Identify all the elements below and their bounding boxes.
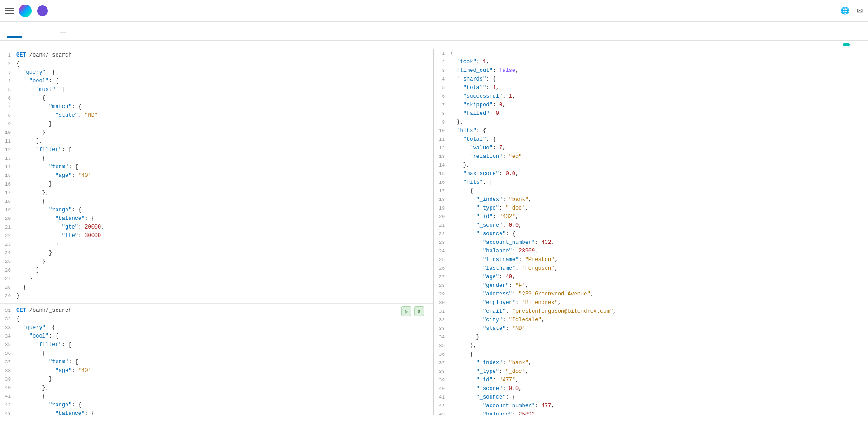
code-line: 14 "term": { <box>0 163 433 172</box>
code-line: 20 "_id": "432", <box>434 213 868 221</box>
code-line: 37 "term": { <box>0 358 433 367</box>
code-line: 18 "_index": "bank", <box>434 195 868 204</box>
run-query-icon[interactable]: ▷ <box>401 306 411 316</box>
code-line: 12 "filter": [ <box>0 146 433 154</box>
code-line: 40 "_score": 0.0, <box>434 385 868 393</box>
code-line: 38 "_type": "_doc", <box>434 367 868 376</box>
tab-grok-debugger[interactable] <box>36 25 51 38</box>
code-line: 33 "query": { <box>0 324 433 332</box>
query-block-1: 1GET /bank/_search2{3 "query": {4 "bool"… <box>0 49 433 302</box>
code-line: 35 "filter": [ <box>0 341 433 349</box>
code-line: 29} <box>0 292 433 300</box>
top-bar-actions: 🌐 ✉ <box>840 6 863 15</box>
code-line: 32{ <box>0 315 433 324</box>
code-line: 27 "age": 40, <box>434 273 868 281</box>
code-line: 17 { <box>434 187 868 195</box>
code-line: 11 ], <box>0 137 433 146</box>
code-line: 36 { <box>434 350 868 359</box>
code-line: 29 "address": "239 Greenwood Avenue", <box>434 290 868 299</box>
copy-query-icon[interactable]: ⚙ <box>414 306 424 316</box>
code-line: 10 } <box>0 129 433 137</box>
right-panel[interactable]: 1{2 "took": 1,3 "timed_out": false,4 "_s… <box>434 49 868 415</box>
code-line: 4 "bool": { <box>0 77 433 86</box>
code-line: 35 }, <box>434 342 868 350</box>
code-line: 28 "gender": "F", <box>434 281 868 290</box>
tab-painless-lab[interactable] <box>51 22 73 41</box>
code-line: 13 { <box>0 154 433 163</box>
code-line: 25 "firstname": "Preston", <box>434 256 868 264</box>
code-line: 24 } <box>0 249 433 257</box>
code-line: 36 { <box>0 349 433 358</box>
code-line: 5 "must": [ <box>0 86 433 94</box>
code-line: 1GET /bank/_search <box>0 51 433 60</box>
code-line: 10 "hits": { <box>434 127 868 135</box>
query-action-icons: ▷⚙ <box>401 306 424 316</box>
code-line: 27 } <box>0 275 433 283</box>
code-line: 34 } <box>434 333 868 342</box>
code-line: 37 "_index": "bank", <box>434 359 868 367</box>
code-line: 8 "state": "ND" <box>0 111 433 120</box>
globe-icon[interactable]: 🌐 <box>840 6 849 15</box>
code-line: 39 "_id": "477", <box>434 376 868 385</box>
code-line: 23 } <box>0 240 433 249</box>
code-line: 12 "value": 7, <box>434 144 868 152</box>
code-line: 7 "match": { <box>0 103 433 111</box>
code-line: 43 "balance": 25892, <box>434 410 868 415</box>
code-line: 19 "_type": "_doc", <box>434 204 868 213</box>
code-line: 34 "bool": { <box>0 332 433 341</box>
code-line: 2{ <box>0 60 433 68</box>
code-line: 18 { <box>0 197 433 206</box>
code-line: 9 } <box>0 120 433 129</box>
code-line: 3 "timed_out": false, <box>434 67 868 75</box>
code-line: 41 { <box>0 392 433 401</box>
tab-search-profiler[interactable] <box>22 25 36 38</box>
mail-icon[interactable]: ✉ <box>857 6 863 15</box>
code-line: 39 } <box>0 375 433 384</box>
code-line: 9 }, <box>434 118 868 127</box>
code-line: 26 "lastname": "Ferguson", <box>434 264 868 273</box>
code-line: 15 "age": "40" <box>0 172 433 180</box>
code-line: 21 "gte": 20000, <box>0 223 433 232</box>
code-line: 31 "email": "prestonferguson@bitendrex.c… <box>434 307 868 316</box>
main-layout: 1GET /bank/_search2{3 "query": {4 "bool"… <box>0 49 868 415</box>
query-block-2: 31GET /bank/_search▷⚙32{33 "query": {34 … <box>0 305 433 415</box>
code-line: 16 } <box>0 180 433 189</box>
nav-tabs <box>0 22 868 41</box>
code-line: 2 "took": 1, <box>434 58 868 67</box>
code-line: 40 }, <box>0 384 433 392</box>
code-line: 16 "hits": [ <box>434 178 868 187</box>
code-line: 30 "employer": "Bitendrex", <box>434 299 868 307</box>
code-line: 33 "state": "ND" <box>434 324 868 333</box>
beta-badge <box>60 32 66 33</box>
code-line: 41 "_source": { <box>434 393 868 402</box>
elastic-logo <box>19 5 32 17</box>
code-line: 23 "account_number": 432, <box>434 238 868 247</box>
code-line: 14 }, <box>434 161 868 170</box>
code-line: 5 "total": 1, <box>434 84 868 92</box>
code-line: 26 ] <box>0 266 433 275</box>
code-line: 28 } <box>0 283 433 292</box>
code-line: 4 "_shards": { <box>434 75 868 84</box>
code-line: 20 "balance": { <box>0 214 433 223</box>
left-panel[interactable]: 1GET /bank/_search2{3 "query": {4 "bool"… <box>0 49 434 415</box>
code-line: 43 "balance": { <box>0 410 433 415</box>
code-line: 42 "range": { <box>0 401 433 410</box>
code-line: 3 "query": { <box>0 68 433 77</box>
status-badge <box>843 43 850 46</box>
code-line: 6 { <box>0 94 433 103</box>
top-bar: 🌐 ✉ <box>0 0 868 22</box>
dev-badge <box>37 5 48 16</box>
code-line: 21 "_score": 0.0, <box>434 221 868 230</box>
code-line: 19 "range": { <box>0 206 433 214</box>
menu-icon[interactable] <box>5 8 14 14</box>
code-line: 24 "balance": 28969, <box>434 247 868 256</box>
tab-console[interactable] <box>7 25 22 38</box>
code-line: 32 "city": "Idledale", <box>434 316 868 324</box>
code-line: 25 } <box>0 257 433 266</box>
code-line: 42 "account_number": 477, <box>434 402 868 410</box>
code-line: 8 "failed": 0 <box>434 110 868 118</box>
code-line: 38 "age": "40" <box>0 367 433 375</box>
code-line: 31GET /bank/_search▷⚙ <box>0 306 433 315</box>
code-line: 6 "successful": 1, <box>434 92 868 101</box>
query-separator <box>0 303 433 304</box>
